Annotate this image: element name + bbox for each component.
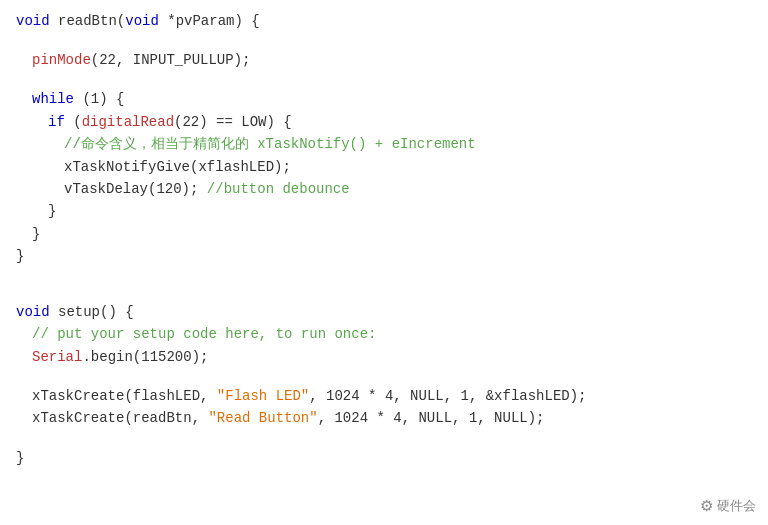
code-line: while (1) {: [0, 88, 768, 110]
code-token-builtin: pinMode: [32, 52, 91, 68]
code-line: pinMode(22, INPUT_PULLUP);: [0, 49, 768, 71]
code-token-plain: *pvParam) {: [159, 13, 260, 29]
code-token-str: "Flash LED": [217, 388, 309, 404]
code-token-plain: xTaskCreate(flashLED,: [32, 388, 217, 404]
code-line: [0, 284, 768, 301]
code-token-plain: .: [82, 349, 90, 365]
code-token-kw: while: [32, 91, 74, 107]
code-line: void readBtn(void *pvParam) {: [0, 10, 768, 32]
watermark-icon: ⚙: [700, 497, 713, 515]
code-token-plain: , 1024 * 4, NULL, 1, NULL);: [318, 410, 545, 426]
code-token-fn: begin: [91, 349, 133, 365]
watermark-text: 硬件会: [717, 497, 756, 515]
code-token-plain: (22) == LOW) {: [174, 114, 292, 130]
code-token-cmt: //button debounce: [207, 181, 350, 197]
code-token-plain: (115200);: [133, 349, 209, 365]
code-line: Serial.begin(115200);: [0, 346, 768, 368]
code-line: [0, 430, 768, 447]
code-line: xTaskCreate(flashLED, "Flash LED", 1024 …: [0, 385, 768, 407]
code-editor: void readBtn(void *pvParam) { pinMode(22…: [0, 0, 768, 525]
code-lines: void readBtn(void *pvParam) { pinMode(22…: [0, 10, 768, 469]
code-token-kw: void: [16, 13, 50, 29]
code-token-plain: xTaskNotifyGive(xflashLED);: [64, 159, 291, 175]
code-token-plain: (1) {: [74, 91, 124, 107]
code-token-builtin: Serial: [32, 349, 82, 365]
code-line: [0, 268, 768, 285]
code-token-cmt: //命令含义，相当于精简化的 xTaskNotify() + eIncremen…: [64, 136, 476, 152]
code-token-plain: }: [48, 203, 56, 219]
code-token-plain: }: [16, 248, 24, 264]
code-token-plain: vTaskDelay(120);: [64, 181, 207, 197]
code-line: xTaskCreate(readBtn, "Read Button", 1024…: [0, 407, 768, 429]
watermark: ⚙ 硬件会: [700, 497, 756, 515]
code-line: }: [0, 223, 768, 245]
code-line: }: [0, 245, 768, 267]
code-line: [0, 32, 768, 49]
code-token-plain: setup() {: [50, 304, 134, 320]
code-token-str: "Read Button": [208, 410, 317, 426]
code-token-builtin: digitalRead: [82, 114, 174, 130]
code-line: // put your setup code here, to run once…: [0, 323, 768, 345]
code-token-plain: }: [16, 450, 24, 466]
code-token-kw: if: [48, 114, 65, 130]
code-token-plain: readBtn(: [50, 13, 126, 29]
code-line: xTaskNotifyGive(xflashLED);: [0, 156, 768, 178]
code-token-kw: void: [125, 13, 159, 29]
code-line: vTaskDelay(120); //button debounce: [0, 178, 768, 200]
code-token-cmt: // put your setup code here, to run once…: [32, 326, 376, 342]
code-token-plain: , 1024 * 4, NULL, 1, &xflashLED);: [309, 388, 586, 404]
code-token-plain: }: [32, 226, 40, 242]
code-line: [0, 368, 768, 385]
code-line: //命令含义，相当于精简化的 xTaskNotify() + eIncremen…: [0, 133, 768, 155]
code-token-plain: (22, INPUT_PULLUP);: [91, 52, 251, 68]
code-line: void setup() {: [0, 301, 768, 323]
code-token-kw: void: [16, 304, 50, 320]
code-token-plain: (: [65, 114, 82, 130]
code-line: if (digitalRead(22) == LOW) {: [0, 111, 768, 133]
code-token-plain: xTaskCreate(readBtn,: [32, 410, 208, 426]
code-line: }: [0, 447, 768, 469]
code-line: }: [0, 200, 768, 222]
code-line: [0, 72, 768, 89]
